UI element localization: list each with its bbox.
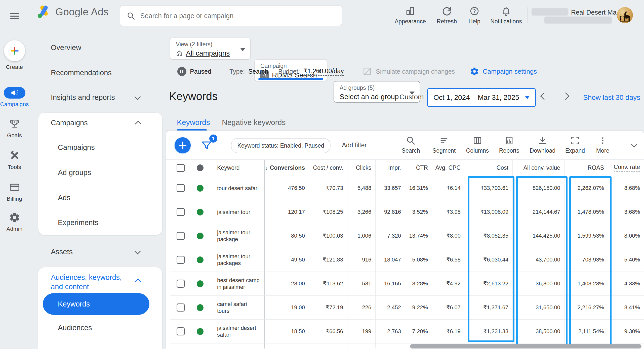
campaigns-label: Campaigns [0,101,29,108]
nav-section-audiences-keywords-content[interactable]: Audiences, keywords, and content [51,273,129,291]
column-header-conv_rate[interactable]: Conv. rate [608,160,644,176]
date-range-picker[interactable]: Oct 1, 2024 – Mar 31, 2025 [427,88,536,107]
columns-button[interactable]: Columns [462,136,493,154]
reports-icon [504,136,514,146]
cell-keyword[interactable]: jaisalmer tour [209,200,264,224]
row-select-cell [170,224,191,248]
next-period-button[interactable] [562,93,570,100]
status-header-dot [197,164,204,171]
row-checkbox[interactable] [177,256,185,264]
keyword-status-filter-chip[interactable]: Keyword status: Enabled, Paused [231,138,331,153]
expand-button[interactable]: Expand [560,136,590,154]
more-label: More [596,147,609,154]
insights-chevron-down-icon[interactable] [134,94,141,100]
home-icon [176,50,183,57]
cell-conv_rate: 8.41% [608,296,644,320]
row-checkbox[interactable] [177,303,185,312]
global-search[interactable] [120,6,342,26]
global-search-input[interactable] [140,12,335,20]
column-header-avg_cpc[interactable]: Avg. CPC [432,160,465,176]
date-range-value: Oct 1, 2024 – Mar 31, 2025 [433,94,519,102]
nav-item-assets[interactable]: Assets [51,248,73,256]
collapse-table-chevron-icon[interactable] [631,141,637,147]
cell-keyword[interactable]: jaisalmer desert safari [209,320,264,343]
add-filter-button[interactable]: Add filter [342,142,367,149]
google-ads-logo[interactable]: Google Ads [37,5,109,19]
sidebar-item-billing[interactable]: Billing [0,182,29,202]
campaign-settings-button[interactable]: Campaign settings [470,66,537,77]
sidebar-item-goals[interactable]: Goals [0,118,29,139]
audiences-chevron-up-icon[interactable] [135,278,141,285]
tools-icon [9,150,20,161]
tab-keywords[interactable]: Keywords [177,118,210,127]
nav-item-ad-groups[interactable]: Ad groups [58,168,91,177]
main-menu-button[interactable] [10,11,19,21]
nav-section-campaigns[interactable]: Campaigns [51,119,88,127]
previous-period-button[interactable] [540,93,548,100]
campaign-status[interactable]: Paused [177,66,211,77]
nav-item-overview[interactable]: Overview [51,43,81,52]
campaign-budget[interactable]: Budget: ₹1,200.00/day [278,66,344,77]
select-all-checkbox[interactable] [177,164,185,172]
nav-item-insights-and-reports[interactable]: Insights and reports [51,93,115,102]
cell-keyword[interactable]: camel safari tours [209,296,264,320]
redacted-account-line [532,8,568,16]
cell-avg_cpc: ₹6.19 [432,320,465,343]
cell-keyword[interactable]: jaisalmer tour package [209,224,264,248]
row-checkbox[interactable] [177,327,185,335]
more-button[interactable]: More [588,136,618,154]
nav-item-campaigns[interactable]: Campaigns [58,143,95,152]
sidebar-item-create[interactable]: Create [0,40,29,70]
column-header-clicks[interactable]: Clicks [347,160,375,176]
tab-negative-keywords[interactable]: Negative keywords [222,118,286,127]
create-button[interactable] [4,40,25,61]
partial-row-cell [375,343,405,348]
cell-conversions: 18.50 [264,320,309,343]
sidebar-item-tools[interactable]: Tools [0,150,29,170]
cell-ctr: 16.31% [405,176,432,200]
add-keyword-button[interactable] [175,137,191,153]
cell-keyword[interactable]: jaisalmer tour packages [209,248,264,272]
download-button[interactable]: Download [528,136,558,154]
campaigns-chevron-up-icon[interactable] [135,121,141,127]
row-checkbox[interactable] [177,232,185,240]
show-last-30-days-link[interactable]: Show last 30 days [583,94,640,102]
reports-button[interactable]: Reports [494,136,524,154]
view-filter-label: View (2 filters) [176,41,245,48]
notifications-button[interactable]: Notifications [487,6,525,25]
appearance-button[interactable]: Appearance [391,6,429,25]
nav-item-audiences[interactable]: Audiences [58,324,92,332]
table-search-button[interactable]: Search [396,136,426,154]
nav-item-ads[interactable]: Ads [58,194,70,202]
column-header-all_conv_value[interactable]: All conv. value [512,160,564,176]
sidebar-item-admin[interactable]: Admin [0,212,29,232]
row-checkbox[interactable] [177,184,185,192]
column-header-impr[interactable]: Impr. [375,160,405,176]
partial-row-cell [309,343,347,348]
budget-value[interactable]: ₹1,200.00/day [303,67,344,76]
nav-item-keywords-selected[interactable]: Keywords [43,293,149,315]
nav-item-recommendations[interactable]: Recommendations [51,69,112,77]
column-header-ctr[interactable]: CTR [405,160,432,176]
row-checkbox[interactable] [177,280,185,288]
column-header-cost_per_conv[interactable]: Cost / conv. [309,160,347,176]
account-name[interactable]: Real Desert Ma… [571,9,623,16]
status-enabled-dot [197,256,204,263]
nav-item-experiments[interactable]: Experiments [58,219,98,227]
assets-chevron-down-icon[interactable] [134,248,141,254]
column-header-keyword[interactable]: Keyword [209,160,264,176]
sidebar-item-campaigns[interactable]: Campaigns [0,87,29,108]
appearance-label: Appearance [395,18,426,25]
horizontal-scrollbar[interactable] [410,344,641,348]
column-header-roas[interactable]: ROAS [564,160,608,176]
cell-keyword[interactable]: tour desert safari [209,176,264,200]
column-header-cost[interactable]: Cost [465,160,512,176]
account-avatar[interactable] [617,7,633,23]
partial-row-cell [347,343,375,348]
segment-button[interactable]: Segment [429,136,459,154]
filter-button[interactable] [201,140,212,153]
view-filter-pill[interactable]: View (2 filters) All campaigns [170,38,251,59]
column-header-conversions[interactable]: ↓Conversions [264,160,309,176]
cell-keyword[interactable]: best desert camp in jaisalmer [209,272,264,296]
row-checkbox[interactable] [177,208,185,216]
